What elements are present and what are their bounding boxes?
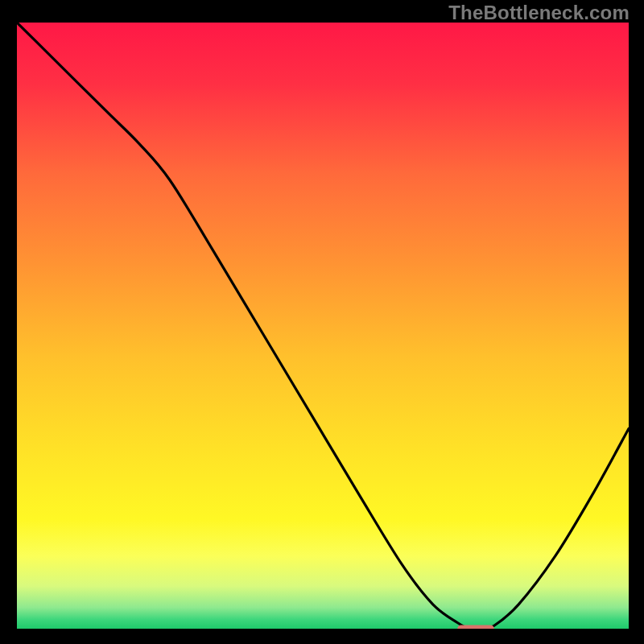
chart-frame: TheBottleneck.com	[0, 0, 644, 644]
bottleneck-plot	[17, 23, 629, 629]
optimal-point-marker	[457, 625, 494, 629]
watermark-text: TheBottleneck.com	[448, 2, 630, 24]
